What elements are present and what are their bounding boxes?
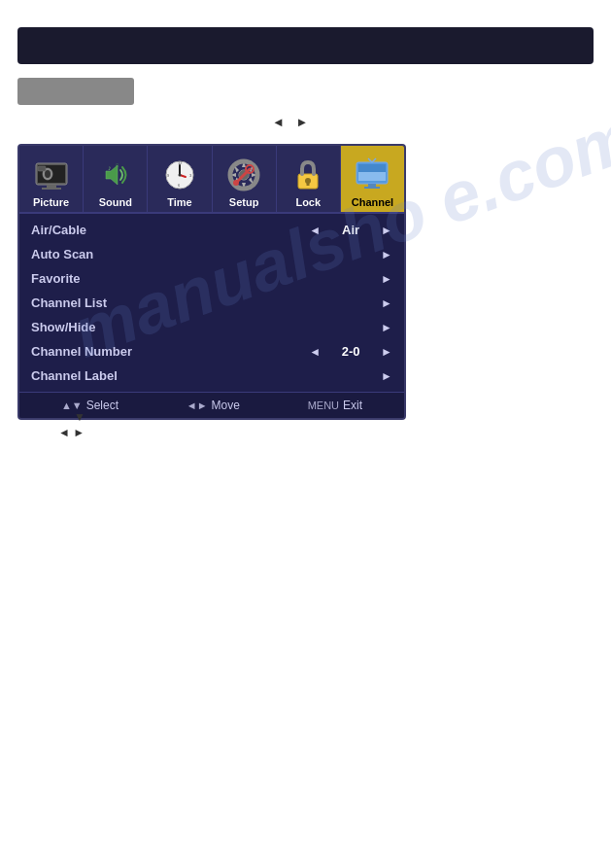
- tab-picture-label: Picture: [33, 196, 69, 208]
- svg-line-34: [372, 158, 376, 162]
- menu-row-channellabel[interactable]: Channel Label ►: [19, 364, 404, 388]
- favorite-right-arrow: ►: [381, 272, 392, 286]
- tab-lock-label: Lock: [295, 196, 321, 208]
- tab-sound-label: Sound: [99, 196, 132, 208]
- tab-setup-label: Setup: [229, 196, 259, 208]
- svg-rect-32: [364, 187, 380, 189]
- aircable-left-arrow: ◄: [309, 224, 321, 237]
- aircable-value: Air: [326, 223, 375, 237]
- menu-row-favorite[interactable]: Favorite ►: [19, 266, 404, 291]
- move-icon: ◄►: [187, 399, 208, 411]
- tab-time-label: Time: [167, 196, 191, 208]
- svg-rect-3: [42, 188, 61, 190]
- channelnumber-left-arrow: ◄: [309, 345, 321, 359]
- tab-channel[interactable]: Channel: [341, 146, 404, 212]
- picture-icon: [33, 156, 70, 193]
- svg-text:♫: ♫: [115, 162, 119, 168]
- lr-arrows-icon: ◄ ►: [58, 426, 85, 439]
- svg-point-22: [233, 180, 239, 186]
- menu-label-channellabel: Channel Label: [31, 368, 392, 383]
- channel-icon: [354, 156, 390, 193]
- aircable-right-arrow: ►: [381, 224, 392, 237]
- top-bar: [17, 27, 594, 64]
- tab-bar: Picture ♪ ♫ Sound: [19, 146, 404, 214]
- menu-box: Picture ♪ ♫ Sound: [17, 144, 406, 420]
- status-move: ◄► Move: [187, 399, 240, 412]
- tab-lock[interactable]: Lock: [277, 146, 341, 212]
- menu-row-aircable[interactable]: Air/Cable ◄ Air ►: [19, 218, 404, 242]
- menu-row-channellist[interactable]: Channel List ►: [19, 291, 404, 315]
- menu-label-aircable: Air/Cable: [31, 223, 309, 237]
- down-arrow-icon: ▼: [74, 410, 85, 424]
- status-select-label: Select: [86, 399, 119, 412]
- svg-point-13: [178, 174, 181, 177]
- menu-items-list: Air/Cable ◄ Air ► Auto Scan ► Favorite ►…: [19, 214, 404, 392]
- menu-row-showhide[interactable]: Show/Hide ►: [19, 315, 404, 339]
- below-arrows: ▼ ◄ ►: [58, 410, 85, 439]
- status-exit-label: Exit: [343, 399, 362, 412]
- channelnumber-right-arrow: ►: [381, 345, 392, 359]
- svg-rect-2: [47, 185, 56, 188]
- channellist-right-arrow: ►: [381, 296, 392, 310]
- tab-channel-label: Channel: [352, 196, 393, 208]
- lock-icon: [289, 156, 326, 193]
- menu-label-channelnumber: Channel Number: [31, 344, 309, 359]
- time-icon: 12 3 6 9: [161, 156, 198, 193]
- status-exit: MENU Exit: [308, 399, 362, 412]
- channellabel-right-arrow: ►: [381, 369, 392, 383]
- menu-label-favorite: Favorite: [31, 271, 392, 286]
- svg-rect-6: [38, 166, 46, 171]
- svg-rect-31: [368, 184, 376, 187]
- channelnumber-value: 2-0: [326, 344, 375, 359]
- setup-icon: [225, 156, 262, 193]
- menu-row-channelnumber[interactable]: Channel Number ◄ 2-0 ►: [19, 339, 404, 364]
- showhide-right-arrow: ►: [381, 321, 392, 334]
- gray-label: [17, 78, 134, 105]
- status-move-label: Move: [212, 399, 240, 412]
- svg-line-33: [368, 158, 372, 162]
- tab-setup[interactable]: Setup: [213, 146, 277, 212]
- svg-rect-30: [358, 164, 386, 172]
- autoscan-right-arrow: ►: [381, 248, 392, 261]
- svg-point-5: [45, 170, 51, 178]
- sound-icon: ♪ ♫: [97, 156, 134, 193]
- tab-sound[interactable]: ♪ ♫ Sound: [84, 146, 148, 212]
- tab-picture[interactable]: Picture: [19, 146, 84, 212]
- menu-label-showhide: Show/Hide: [31, 320, 392, 334]
- svg-text:12: 12: [178, 160, 183, 165]
- svg-rect-26: [307, 181, 310, 186]
- menu-icon: MENU: [308, 399, 339, 411]
- menu-label-channellist: Channel List: [31, 295, 392, 310]
- menu-row-autoscan[interactable]: Auto Scan ►: [19, 242, 404, 266]
- top-arrows: ◄ ►: [272, 115, 312, 129]
- menu-label-autoscan: Auto Scan: [31, 247, 392, 261]
- svg-text:♪: ♪: [108, 164, 112, 171]
- tab-time[interactable]: 12 3 6 9 Time: [148, 146, 212, 212]
